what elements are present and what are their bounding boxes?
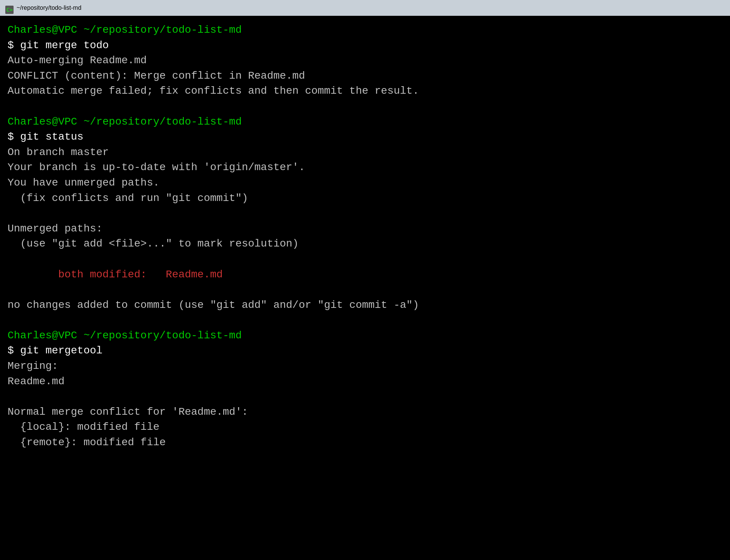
svg-text:C>: C> [6, 7, 13, 13]
prompt1: Charles@VPC ~/repository/todo-list-md [8, 23, 722, 38]
out16: {remote}: modified file [8, 435, 722, 450]
out15: {local}: modified file [8, 420, 722, 435]
blank-line [8, 282, 722, 298]
title-bar: C> ~/repository/todo-list-md [0, 0, 730, 16]
out5: Your branch is up-to-date with 'origin/m… [8, 160, 722, 175]
blank-line [8, 389, 722, 405]
blank-line [8, 206, 722, 221]
cmd1: $ git merge todo [8, 38, 722, 53]
blank-line [8, 99, 722, 114]
out14: Normal merge conflict for 'Readme.md': [8, 405, 722, 420]
title-bar-text: ~/repository/todo-list-md [17, 3, 81, 12]
prompt2: Charles@VPC ~/repository/todo-list-md [8, 114, 722, 130]
out11: no changes added to commit (use "git add… [8, 298, 722, 313]
prompt3: Charles@VPC ~/repository/todo-list-md [8, 328, 722, 344]
out13: Readme.md [8, 374, 722, 390]
blank-line [8, 252, 722, 267]
terminal-body: Charles@VPC ~/repository/todo-list-md$ g… [0, 16, 730, 560]
out6: You have unmerged paths. [8, 175, 722, 191]
out1: Auto-merging Readme.md [8, 53, 722, 68]
out8: Unmerged paths: [8, 221, 722, 237]
out10: both modified: Readme.md [8, 267, 722, 283]
out3: Automatic merge failed; fix conflicts an… [8, 84, 722, 99]
blank-line [8, 313, 722, 328]
cmd2: $ git status [8, 129, 722, 145]
out7: (fix conflicts and run "git commit") [8, 191, 722, 206]
out2: CONFLICT (content): Merge conflict in Re… [8, 68, 722, 84]
out4: On branch master [8, 145, 722, 160]
out9: (use "git add <file>..." to mark resolut… [8, 236, 722, 252]
out12: Merging: [8, 359, 722, 374]
terminal-icon: C> [5, 4, 14, 12]
cmd3: $ git mergetool [8, 343, 722, 359]
